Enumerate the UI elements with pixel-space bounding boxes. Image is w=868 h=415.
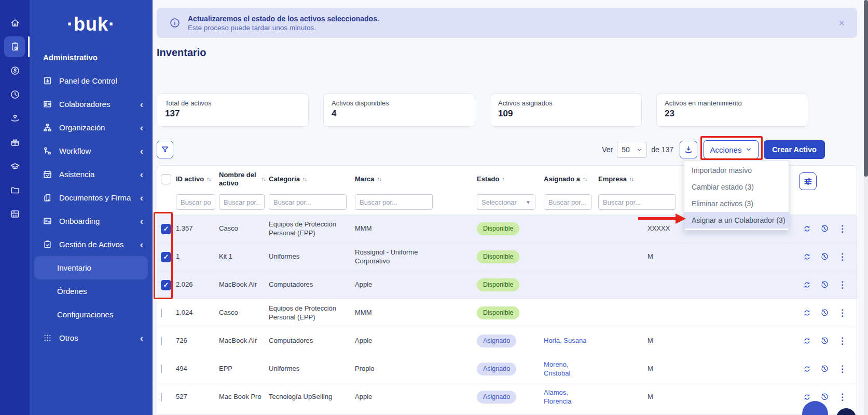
history-icon[interactable] bbox=[820, 365, 829, 373]
table-row[interactable]: 1.024 Casco Equipos de Protección Person… bbox=[157, 299, 857, 327]
column-header-asignado[interactable]: Asignado a↑↓ bbox=[544, 175, 598, 183]
scrollbar-track[interactable] bbox=[864, 0, 868, 415]
menu-item-eliminar-activos-3-[interactable]: Eliminar activos (3) bbox=[684, 195, 789, 212]
row-checkbox[interactable] bbox=[161, 365, 162, 373]
chevron-down-icon bbox=[637, 147, 642, 153]
sidebar-item-asistencia[interactable]: Asistencia ‹ bbox=[30, 163, 153, 186]
rail-item-hand-heart-icon[interactable] bbox=[0, 106, 30, 130]
page-size-value: 50 bbox=[622, 145, 630, 154]
sync-icon[interactable] bbox=[803, 365, 811, 373]
history-icon[interactable] bbox=[820, 337, 829, 345]
kebab-menu-icon[interactable]: ⋮ bbox=[838, 224, 847, 233]
column-header-nombre[interactable]: Nombre del activo↑↓ bbox=[219, 171, 269, 188]
kebab-menu-icon[interactable]: ⋮ bbox=[838, 252, 847, 261]
row-checkbox[interactable]: ✓ bbox=[161, 280, 171, 290]
filter-input-categoria[interactable] bbox=[269, 194, 347, 210]
assigned-person-link[interactable]: Alamos, Florencia bbox=[544, 389, 571, 405]
status-badge: Disponible bbox=[477, 250, 519, 263]
filter-button[interactable] bbox=[157, 141, 173, 158]
filter-input-id[interactable] bbox=[176, 194, 215, 210]
row-checkbox[interactable] bbox=[161, 337, 162, 345]
rail-item-home-icon[interactable] bbox=[0, 11, 30, 35]
assigned-person-link[interactable]: Moreno, Cristobal bbox=[544, 360, 570, 377]
menu-item-importador-masivo[interactable]: Importador masivo bbox=[684, 162, 789, 179]
kebab-menu-icon[interactable]: ⋮ bbox=[838, 365, 847, 373]
sidebar-item-panel-de-control[interactable]: Panel de Control bbox=[30, 69, 153, 92]
menu-item-cambiar-estado-3-[interactable]: Cambiar estado (3) bbox=[684, 179, 789, 195]
rail-item-archive-icon[interactable] bbox=[0, 202, 30, 226]
sidebar-item-organizaci-n[interactable]: Organización ‹ bbox=[30, 116, 153, 139]
create-asset-button[interactable]: Crear Activo bbox=[764, 140, 825, 159]
sidebar-item-colaboradores[interactable]: Colaboradores ‹ bbox=[30, 92, 153, 116]
table-row[interactable]: ✓ 1 Kit 1 Uniformes Rossignol - Uniforme… bbox=[157, 243, 857, 271]
row-checkbox[interactable]: ✓ bbox=[161, 224, 171, 234]
filter-select-estado[interactable]: Seleccionar▼ bbox=[477, 194, 535, 210]
sync-icon[interactable] bbox=[803, 224, 811, 233]
column-settings-button[interactable] bbox=[799, 172, 817, 190]
rail-item-folder-icon[interactable] bbox=[0, 178, 30, 202]
column-header-estado[interactable]: Estado↑ bbox=[477, 175, 544, 183]
sidebar-item-otros[interactable]: Otros ‹ bbox=[30, 326, 153, 350]
sort-icon[interactable]: ↑↓ bbox=[302, 176, 307, 183]
history-icon[interactable] bbox=[820, 252, 829, 261]
table-row[interactable]: ✓ 2.026 MacBook Air Computadores Apple D… bbox=[157, 271, 857, 299]
sort-icon[interactable]: ↑↓ bbox=[261, 176, 266, 183]
sidebar-item-onboarding[interactable]: Onboarding ‹ bbox=[30, 209, 153, 233]
close-icon[interactable]: × bbox=[838, 18, 845, 28]
table-row[interactable]: 494 EPP Uniformes Propio Asignado Moreno… bbox=[157, 355, 857, 383]
cell-categoria: Tecnología UpSelling bbox=[269, 393, 355, 401]
kebab-menu-icon[interactable]: ⋮ bbox=[838, 393, 847, 401]
scrollbar-thumb[interactable] bbox=[864, 0, 868, 177]
select-all-checkbox[interactable] bbox=[161, 174, 171, 184]
download-button[interactable] bbox=[680, 141, 697, 158]
menu-item-asignar-a-un-colaborador-3-[interactable]: Asignar a un Colaborador (3) bbox=[684, 212, 789, 229]
kebab-menu-icon[interactable]: ⋮ bbox=[838, 337, 847, 345]
sort-icon[interactable]: ↑↓ bbox=[583, 176, 587, 183]
kebab-menu-icon[interactable]: ⋮ bbox=[838, 309, 847, 317]
sync-icon[interactable] bbox=[803, 337, 811, 345]
row-checkbox[interactable] bbox=[161, 309, 162, 317]
column-header-categoria[interactable]: Categoría↑↓ bbox=[269, 175, 355, 183]
history-icon[interactable] bbox=[820, 280, 829, 289]
sidebar-item-workflow[interactable]: Workflow ‹ bbox=[30, 139, 153, 163]
rail-item-clock-icon[interactable] bbox=[0, 83, 30, 106]
rail-item-assets-clipboard-icon[interactable] bbox=[0, 35, 30, 59]
sidebar-subitem--rdenes[interactable]: Órdenes bbox=[34, 279, 148, 303]
sync-icon[interactable] bbox=[803, 309, 811, 317]
assigned-person-link[interactable]: Horia, Susana bbox=[544, 337, 586, 344]
row-checkbox[interactable] bbox=[161, 393, 162, 401]
rail-item-gift-icon[interactable] bbox=[0, 130, 30, 154]
sidebar-subitem-inventario[interactable]: Inventario bbox=[34, 256, 148, 279]
filter-input-marca[interactable] bbox=[355, 194, 433, 210]
sort-icon[interactable]: ↑ bbox=[502, 176, 504, 183]
sidebar-item-gesti-n-de-activos[interactable]: Gestión de Activos ‹ bbox=[30, 233, 153, 256]
chevron-left-icon: ‹ bbox=[140, 194, 143, 202]
column-header-marca[interactable]: Marca↑↓ bbox=[355, 175, 477, 183]
sidebar-item-label: Gestión de Activos bbox=[59, 240, 140, 249]
row-checkbox[interactable]: ✓ bbox=[161, 252, 171, 262]
page-size-select[interactable]: 50 bbox=[617, 142, 647, 158]
filter-input-asignado[interactable] bbox=[544, 194, 591, 210]
table-row[interactable]: 726 MacBook Air Computadores Apple Asign… bbox=[157, 327, 857, 355]
table-row[interactable]: 527 Mac Book Pro Tecnología UpSelling Ap… bbox=[157, 383, 857, 411]
sidebar-item-documentos-y-firma[interactable]: Documentos y Firma ‹ bbox=[30, 186, 153, 209]
sort-icon[interactable]: ↑↓ bbox=[377, 176, 381, 183]
sidebar-subitem-configuraciones[interactable]: Configuraciones bbox=[34, 303, 148, 326]
cell-asignado: Horia, Susana bbox=[544, 337, 598, 345]
history-icon[interactable] bbox=[820, 224, 829, 233]
actions-button[interactable]: Acciones bbox=[704, 140, 759, 159]
folder-icon bbox=[10, 185, 20, 195]
rail-item-education-icon[interactable] bbox=[0, 154, 30, 178]
sync-icon[interactable] bbox=[803, 252, 811, 261]
kebab-menu-icon[interactable]: ⋮ bbox=[838, 280, 847, 289]
sort-icon[interactable]: ↑↓ bbox=[206, 176, 211, 183]
filter-input-empresa[interactable] bbox=[598, 194, 676, 210]
filter-input-nombre[interactable] bbox=[219, 194, 265, 210]
history-icon[interactable] bbox=[820, 309, 829, 317]
sync-icon[interactable] bbox=[803, 280, 811, 289]
history-icon[interactable] bbox=[820, 393, 829, 401]
column-header-id[interactable]: ID activo↑↓ bbox=[176, 175, 219, 183]
sort-icon[interactable]: ↑↓ bbox=[629, 176, 633, 183]
sync-icon[interactable] bbox=[803, 393, 811, 401]
rail-item-money-icon[interactable] bbox=[0, 59, 30, 83]
